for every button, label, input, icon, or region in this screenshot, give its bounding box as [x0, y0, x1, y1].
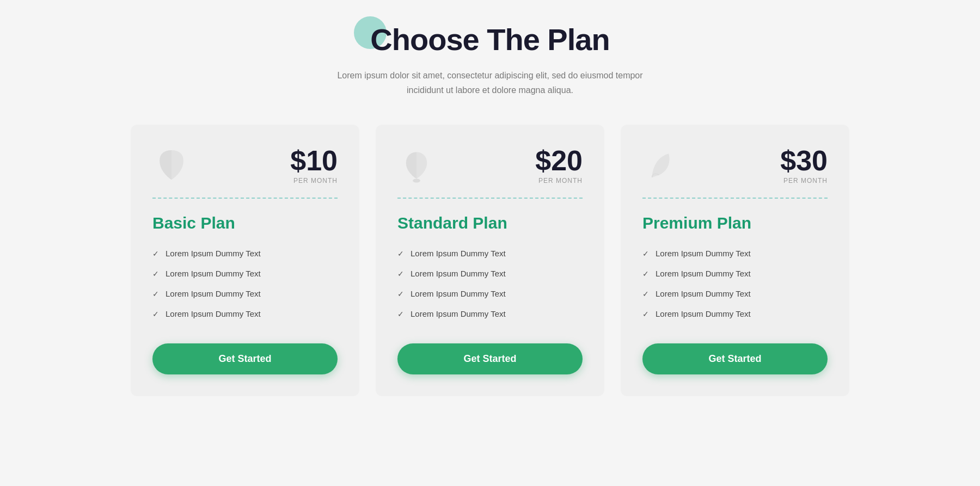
- check-icon: ✓: [397, 290, 404, 298]
- list-item: ✓Lorem Ipsum Dummy Text: [152, 304, 338, 324]
- plan-divider-standard: [397, 198, 583, 199]
- leaf-small-icon: [152, 146, 191, 184]
- plan-features-standard: ✓Lorem Ipsum Dummy Text ✓Lorem Ipsum Dum…: [397, 243, 583, 324]
- plan-card-premium: $30 PER MONTH Premium Plan ✓Lorem Ipsum …: [621, 125, 849, 396]
- check-icon: ✓: [642, 249, 649, 258]
- plan-price-premium: $30: [780, 146, 828, 175]
- list-item: ✓Lorem Ipsum Dummy Text: [152, 284, 338, 304]
- plan-name-standard: Standard Plan: [397, 214, 583, 232]
- plan-header-standard: $20 PER MONTH: [397, 146, 583, 184]
- check-icon: ✓: [152, 269, 159, 278]
- page-title: Choose The Plan: [370, 22, 609, 57]
- plan-features-basic: ✓Lorem Ipsum Dummy Text ✓Lorem Ipsum Dum…: [152, 243, 338, 324]
- plan-period-standard: PER MONTH: [535, 177, 583, 184]
- check-icon: ✓: [152, 310, 159, 318]
- leaf-medium-icon: [397, 146, 436, 184]
- check-icon: ✓: [152, 249, 159, 258]
- list-item: ✓Lorem Ipsum Dummy Text: [152, 243, 338, 263]
- get-started-button-standard[interactable]: Get Started: [397, 343, 583, 374]
- plan-period-basic: PER MONTH: [290, 177, 338, 184]
- plans-container: $10 PER MONTH Basic Plan ✓Lorem Ipsum Du…: [109, 125, 871, 396]
- plan-price-standard: $20: [535, 146, 583, 175]
- check-icon: ✓: [397, 249, 404, 258]
- list-item: ✓Lorem Ipsum Dummy Text: [397, 263, 583, 284]
- plan-period-premium: PER MONTH: [780, 177, 828, 184]
- get-started-button-basic[interactable]: Get Started: [152, 343, 338, 374]
- plan-features-premium: ✓Lorem Ipsum Dummy Text ✓Lorem Ipsum Dum…: [642, 243, 828, 324]
- plan-card-basic: $10 PER MONTH Basic Plan ✓Lorem Ipsum Du…: [131, 125, 359, 396]
- list-item: ✓Lorem Ipsum Dummy Text: [642, 263, 828, 284]
- title-wrapper: Choose The Plan: [370, 22, 609, 57]
- plan-header-premium: $30 PER MONTH: [642, 146, 828, 184]
- plan-header-basic: $10 PER MONTH: [152, 146, 338, 184]
- check-icon: ✓: [642, 290, 649, 298]
- list-item: ✓Lorem Ipsum Dummy Text: [152, 263, 338, 284]
- plan-name-premium: Premium Plan: [642, 214, 828, 232]
- get-started-button-premium[interactable]: Get Started: [642, 343, 828, 374]
- list-item: ✓Lorem Ipsum Dummy Text: [397, 284, 583, 304]
- list-item: ✓Lorem Ipsum Dummy Text: [642, 284, 828, 304]
- list-item: ✓Lorem Ipsum Dummy Text: [397, 304, 583, 324]
- check-icon: ✓: [397, 269, 404, 278]
- plan-divider-basic: [152, 198, 338, 199]
- page-header: Choose The Plan Lorem ipsum dolor sit am…: [321, 22, 659, 97]
- plan-name-basic: Basic Plan: [152, 214, 338, 232]
- check-icon: ✓: [397, 310, 404, 318]
- svg-point-0: [413, 179, 420, 183]
- leaf-large-icon: [642, 146, 681, 184]
- plan-price-basic: $10: [290, 146, 338, 175]
- check-icon: ✓: [642, 310, 649, 318]
- plan-pricing-premium: $30 PER MONTH: [780, 146, 828, 184]
- check-icon: ✓: [642, 269, 649, 278]
- plan-card-standard: $20 PER MONTH Standard Plan ✓Lorem Ipsum…: [376, 125, 604, 396]
- list-item: ✓Lorem Ipsum Dummy Text: [642, 304, 828, 324]
- list-item: ✓Lorem Ipsum Dummy Text: [642, 243, 828, 263]
- plan-divider-premium: [642, 198, 828, 199]
- list-item: ✓Lorem Ipsum Dummy Text: [397, 243, 583, 263]
- check-icon: ✓: [152, 290, 159, 298]
- page-subtitle: Lorem ipsum dolor sit amet, consectetur …: [321, 68, 659, 97]
- plan-pricing-standard: $20 PER MONTH: [535, 146, 583, 184]
- plan-pricing-basic: $10 PER MONTH: [290, 146, 338, 184]
